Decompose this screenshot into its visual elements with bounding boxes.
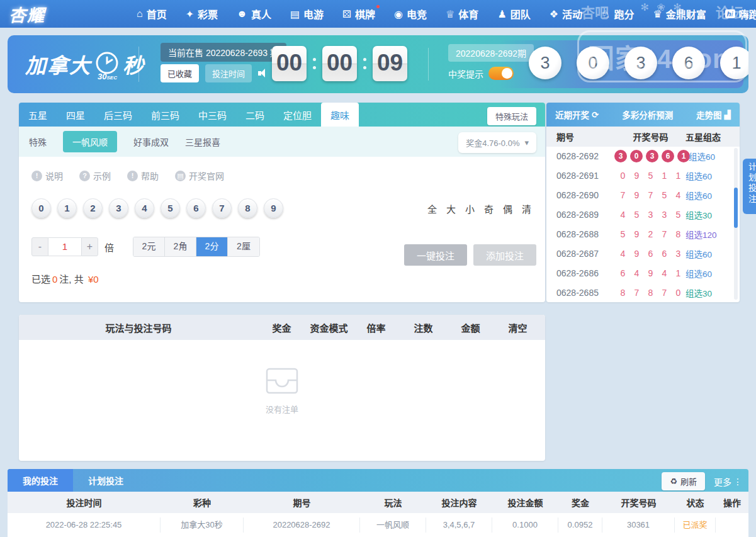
site-logo[interactable]: 杏耀 xyxy=(9,2,45,26)
result-ball: 6 xyxy=(672,47,705,79)
more-button[interactable]: 更多⋮ xyxy=(714,475,742,488)
nav-item-live[interactable]: ☻真人 xyxy=(237,6,271,21)
combo-link[interactable]: 组选60 xyxy=(685,267,740,280)
select-all-link[interactable]: 全 xyxy=(427,202,437,215)
combo-link[interactable]: 组选60 xyxy=(685,247,740,260)
tab-erma[interactable]: 二码 xyxy=(236,103,274,127)
recent-draws-tab[interactable]: 近期开奖⟳ xyxy=(555,108,599,121)
subtab-yifanfengshun[interactable]: 一帆风顺 xyxy=(63,131,117,152)
results-panel-tabs: 近期开奖⟳ 多彩分析预测 走势图▟ xyxy=(546,103,740,127)
subtab-haoshichengshuang[interactable]: 好事成双 xyxy=(133,135,169,148)
total-amount: ¥0 xyxy=(88,274,99,285)
instructions-link[interactable]: !说明 xyxy=(31,169,63,182)
nav-item-esports[interactable]: ◉电竞 xyxy=(394,6,427,21)
unit-jiao[interactable]: 2角 xyxy=(165,237,196,256)
selected-count: 0 xyxy=(52,274,57,285)
result-ball: 0 xyxy=(577,47,609,79)
pick-number-2[interactable]: 2 xyxy=(83,198,103,218)
tab-zhongsanma[interactable]: 中三码 xyxy=(189,103,236,127)
nav-item-home[interactable]: ⌂首页 xyxy=(137,6,167,21)
unit-fen[interactable]: 2分 xyxy=(196,237,228,256)
pick-number-1[interactable]: 1 xyxy=(57,198,77,218)
draw-ball: 3 xyxy=(614,150,627,162)
nav-item-boardgames[interactable]: ⚄棋牌 xyxy=(342,6,375,21)
subtab-teshu[interactable]: 特殊 xyxy=(29,135,47,148)
pick-number-3[interactable]: 3 xyxy=(109,198,128,218)
select-odd-link[interactable]: 奇 xyxy=(484,202,494,215)
refresh-button[interactable]: ♻刷新 xyxy=(662,472,705,490)
nav-item-haipaofen[interactable]: hi嗨跑分 xyxy=(725,6,756,21)
favorited-button[interactable]: 已收藏 xyxy=(161,64,199,82)
betting-panel: 五星 四星 后三码 前三码 中三码 二码 定位胆 趣味 特殊玩法 特殊 一帆风顺… xyxy=(19,103,545,302)
scrollbar-thumb[interactable] xyxy=(734,188,738,228)
pick-number-5[interactable]: 5 xyxy=(161,198,180,218)
pick-number-8[interactable]: 8 xyxy=(238,198,257,218)
tab-qiansanma[interactable]: 前三码 xyxy=(142,103,189,127)
empty-text: 没有注单 xyxy=(19,403,545,415)
number-picker: 0 1 2 3 4 5 6 7 8 9 全 大 小 奇 偶 清 xyxy=(31,198,533,218)
analysis-tab[interactable]: 多彩分析预测 xyxy=(622,108,673,121)
lottery-cell: 加拿大30秒 xyxy=(161,517,244,533)
tab-plan-bets[interactable]: 计划投注 xyxy=(73,469,138,492)
tab-wuxing[interactable]: 五星 xyxy=(19,103,57,127)
special-play-button[interactable]: 特殊玩法 xyxy=(487,107,536,125)
divider xyxy=(138,47,139,82)
esports-icon: ◉ xyxy=(394,8,403,20)
pick-number-6[interactable]: 6 xyxy=(186,198,206,218)
multiplier-plus-button[interactable]: + xyxy=(81,237,98,256)
nav-item-lottery[interactable]: ✦彩票 xyxy=(186,6,218,21)
bet-time-button[interactable]: 投注时间 xyxy=(205,64,252,82)
bet-record-row: 2022-06-28 22:25:45 加拿大30秒 20220628-2692… xyxy=(8,513,748,537)
combo-link[interactable]: 组选60 xyxy=(685,169,740,182)
nav-item-paofen[interactable]: ♘跑分 xyxy=(601,6,634,21)
pick-number-4[interactable]: 4 xyxy=(135,198,154,218)
select-big-link[interactable]: 大 xyxy=(446,202,456,215)
unit-li[interactable]: 2厘 xyxy=(228,237,259,256)
tab-dingweidan[interactable]: 定位胆 xyxy=(274,103,321,127)
unit-selector: 2元 2角 2分 2厘 xyxy=(133,237,260,257)
current-issue-badge: 当前在售 20220628-2693 期 xyxy=(161,43,286,62)
select-even-link[interactable]: 偶 xyxy=(503,202,512,215)
select-small-link[interactable]: 小 xyxy=(465,202,475,215)
tab-my-bets[interactable]: 我的投注 xyxy=(8,469,73,492)
result-row: 0628-2692 3 0 3 6 1 组选60 xyxy=(546,147,740,166)
bet-action-buttons: 一键投注 添加投注 xyxy=(404,244,536,266)
plan-bet-float-tab[interactable]: 计划投注 xyxy=(743,159,756,214)
combo-link[interactable]: 组选30 xyxy=(685,208,740,221)
combo-link[interactable]: 组选120 xyxy=(685,228,740,240)
pick-number-7[interactable]: 7 xyxy=(212,198,232,218)
win-tip-toggle[interactable] xyxy=(488,67,514,80)
hi-icon: hi xyxy=(725,9,735,18)
combo-link[interactable]: 组选60 xyxy=(685,189,740,201)
activity-gift-icon: ❖ xyxy=(550,8,558,20)
official-site-link[interactable]: ▤开奖官网 xyxy=(175,169,224,182)
quick-bet-button[interactable]: 一键投注 xyxy=(404,244,467,266)
nav-item-sports[interactable]: ♕体育 xyxy=(446,6,478,21)
live-person-icon: ☻ xyxy=(237,8,247,20)
example-link[interactable]: ?示例 xyxy=(79,169,111,182)
nav-item-egames[interactable]: ▤电游 xyxy=(290,6,324,21)
nav-item-team[interactable]: ♟团队 xyxy=(497,6,530,21)
multiplier-input[interactable]: 1 xyxy=(48,237,81,256)
clear-all-column[interactable]: 清空 xyxy=(494,321,541,334)
nav-item-activity[interactable]: ❖活动 xyxy=(550,6,582,21)
add-bet-button[interactable]: 添加投注 xyxy=(473,244,536,266)
tab-housanma[interactable]: 后三码 xyxy=(94,103,142,127)
unit-yuan[interactable]: 2元 xyxy=(133,237,165,256)
pick-number-0[interactable]: 0 xyxy=(31,198,51,218)
sports-trophy-icon: ♕ xyxy=(446,8,454,20)
multiplier-minus-button[interactable]: - xyxy=(31,237,48,256)
tab-sixing[interactable]: 四星 xyxy=(57,103,94,127)
nav-item-jinding[interactable]: ♛金鼎财富 xyxy=(653,6,706,21)
clear-link[interactable]: 清 xyxy=(522,202,531,215)
speaker-icon[interactable] xyxy=(258,69,269,78)
tab-quwei[interactable]: 趣味 xyxy=(321,103,359,127)
subtab-sanxingbaoxi[interactable]: 三星报喜 xyxy=(185,135,220,148)
bonus-dropdown[interactable]: 奖金4.76-0.0% ▾ xyxy=(458,132,536,153)
trend-chart-tab[interactable]: 走势图▟ xyxy=(696,108,731,121)
pick-number-9[interactable]: 9 xyxy=(264,198,283,218)
sub-play-tabs: 特殊 一帆风顺 好事成双 三星报喜 奖金4.76-0.0% ▾ xyxy=(19,127,545,157)
help-icon: ! xyxy=(127,171,138,181)
help-link[interactable]: !帮助 xyxy=(127,169,159,182)
combo-link[interactable]: 组选30 xyxy=(685,286,740,299)
